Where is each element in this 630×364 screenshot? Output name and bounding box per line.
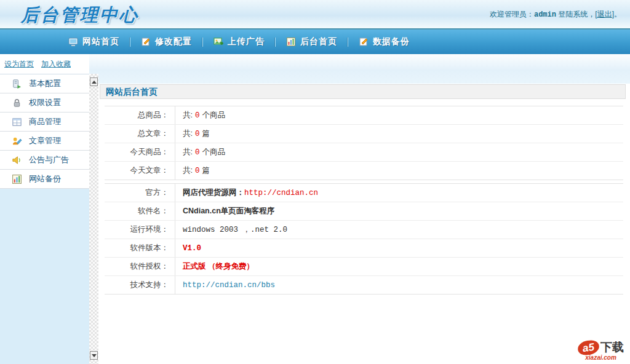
stats-table: 总商品： 共:0个商品 总文章： 共:0篇 今天商品： 共:0个商品 今天文章：… <box>105 106 623 180</box>
stat-count: 0 <box>193 167 202 175</box>
welcome-message: 欢迎管理员：admin 登陆系统，[退出]。 <box>490 9 621 20</box>
stat-count: 0 <box>193 130 202 138</box>
welcome-middle: 登陆系统，[ <box>556 10 597 18</box>
sidebar-item-label: 文章管理 <box>29 135 61 146</box>
software-version: V1.0 <box>183 244 201 253</box>
nav-label: 上传广告 <box>228 36 265 47</box>
table-row: 官方： 网店代理货源网：http://cndian.cn <box>105 184 623 202</box>
logout-link[interactable]: 退出 <box>597 10 612 18</box>
software-name: CNdian.cn单页面淘客程序 <box>183 207 274 215</box>
main-content: 网站后台首页 总商品： 共:0个商品 总文章： 共:0篇 今天商品： 共:0个商… <box>98 84 630 364</box>
table-row: 今天文章： 共:0篇 <box>105 162 623 180</box>
stat-value: 共:0篇 <box>175 162 210 180</box>
stat-prefix: 共: <box>183 129 193 138</box>
scroll-up-button[interactable] <box>90 77 98 86</box>
table-row: 软件名： CNdian.cn单页面淘客程序 <box>105 202 623 221</box>
stat-value: 共:0个商品 <box>175 143 225 161</box>
arrow-up-icon <box>92 81 97 84</box>
stat-suffix: 篇 <box>202 166 210 175</box>
info-value: CNdian.cn单页面淘客程序 <box>175 202 274 220</box>
info-label: 软件版本： <box>105 239 175 257</box>
runtime-environment: windows 2003 ，.net 2.0 <box>183 226 287 234</box>
monitor-icon <box>68 37 78 47</box>
nav-item-admin-home[interactable]: 后台首页 <box>276 36 348 47</box>
stat-prefix: 共: <box>183 166 193 175</box>
a5-mark-icon: a5 <box>577 339 600 356</box>
official-site-name: 网店代理货源网： <box>183 188 244 197</box>
nav-label: 修改配置 <box>155 36 192 47</box>
stat-suffix: 篇 <box>202 129 210 138</box>
table-row: 运行环境： windows 2003 ，.net 2.0 <box>105 221 623 239</box>
info-value: windows 2003 ，.net 2.0 <box>175 221 287 239</box>
nav-item-data-backup[interactable]: 数据备份 <box>348 36 420 47</box>
nav-item-upload-ad[interactable]: 上传广告 <box>203 36 275 47</box>
stat-label: 总商品： <box>105 106 175 124</box>
top-navbar: 网站首页 修改配置 上传广告 后台首页 数据备份 <box>0 28 630 54</box>
stat-count: 0 <box>193 148 202 157</box>
server-config-icon <box>12 79 22 89</box>
a5-download-text: 下载 <box>600 339 624 355</box>
stat-value: 共:0个商品 <box>175 106 225 124</box>
info-label: 软件授权： <box>105 258 175 275</box>
nav-item-site-home[interactable]: 网站首页 <box>58 36 130 47</box>
welcome-prefix: 欢迎管理员： <box>490 10 534 18</box>
sidebar-item-articles[interactable]: 文章管理 <box>0 132 89 151</box>
info-value: 正式版 （终身免费） <box>175 258 254 275</box>
official-site-url-link[interactable]: http://cndian.cn <box>244 189 318 197</box>
info-label: 技术支持： <box>105 276 175 294</box>
stat-count: 0 <box>193 111 202 120</box>
sidebar-item-label: 公告与广告 <box>29 154 69 165</box>
a5-logo: a5 下载 <box>578 339 624 355</box>
admin-home-chart-icon <box>286 37 296 47</box>
site-logo: 后台管理中心 <box>21 3 139 28</box>
sidebar-item-label: 网站备份 <box>29 173 61 184</box>
upload-ad-icon <box>213 37 223 47</box>
scroll-down-button[interactable] <box>90 351 98 360</box>
sidebar-item-permissions[interactable]: 权限设置 <box>0 93 89 113</box>
a5-download-watermark: a5 下载 xiazai.com <box>578 339 624 361</box>
backup-chart-icon <box>12 174 22 184</box>
arrow-down-icon <box>92 354 97 357</box>
sidebar-item-products[interactable]: 商品管理 <box>0 113 89 132</box>
products-grid-icon <box>12 117 22 127</box>
info-label: 软件名： <box>105 202 175 220</box>
lock-icon <box>12 98 22 108</box>
nav-label: 数据备份 <box>373 36 410 47</box>
license-type: 正式版 （终身免费） <box>183 262 254 271</box>
quicklinks-bar: 设为首页 加入收藏 <box>0 54 89 74</box>
info-value: http://cndian.cn/bbs <box>175 276 275 294</box>
article-edit-icon <box>12 136 22 146</box>
page-header: 后台管理中心 欢迎管理员：admin 登陆系统，[退出]。 <box>0 0 630 28</box>
stat-prefix: 共: <box>183 111 193 119</box>
stat-prefix: 共: <box>183 148 193 156</box>
stat-label: 今天商品： <box>105 143 175 161</box>
sidebar-item-label: 基本配置 <box>29 78 61 89</box>
table-row: 软件授权： 正式版 （终身免费） <box>105 258 623 276</box>
speaker-icon <box>12 155 22 165</box>
info-value: V1.0 <box>175 239 201 257</box>
table-row: 今天商品： 共:0个商品 <box>105 143 623 162</box>
sidebar-item-announcements[interactable]: 公告与广告 <box>0 151 89 170</box>
sidebar-empty-area <box>0 189 89 364</box>
support-url-link[interactable]: http://cndian.cn/bbs <box>183 281 275 290</box>
sidebar-scrollbar[interactable] <box>89 74 98 364</box>
stat-value: 共:0篇 <box>175 125 210 143</box>
sidebar: 设为首页 加入收藏 基本配置 权限设置 商品管理 文章管理 <box>0 54 89 364</box>
nav-label: 网站首页 <box>82 36 119 47</box>
set-home-link[interactable]: 设为首页 <box>4 59 34 69</box>
info-value: 网店代理货源网：http://cndian.cn <box>175 184 318 202</box>
admin-dashboard-page: 后台管理中心 欢迎管理员：admin 登陆系统，[退出]。 网站首页 修改配置 … <box>0 0 630 364</box>
stat-label: 今天文章： <box>105 162 175 180</box>
nav-label: 后台首页 <box>300 36 337 47</box>
nav-item-edit-config[interactable]: 修改配置 <box>130 36 202 47</box>
add-favorite-link[interactable]: 加入收藏 <box>41 59 71 69</box>
data-backup-icon <box>359 37 369 47</box>
sidebar-item-basic-config[interactable]: 基本配置 <box>0 74 89 93</box>
table-row: 总文章： 共:0篇 <box>105 125 623 143</box>
edit-config-icon <box>141 37 151 47</box>
table-row: 技术支持： http://cndian.cn/bbs <box>105 276 623 295</box>
sidebar-item-site-backup[interactable]: 网站备份 <box>0 170 89 189</box>
admin-username: admin <box>534 10 556 19</box>
welcome-suffix: ]。 <box>612 10 621 18</box>
page-title: 网站后台首页 <box>100 84 626 99</box>
